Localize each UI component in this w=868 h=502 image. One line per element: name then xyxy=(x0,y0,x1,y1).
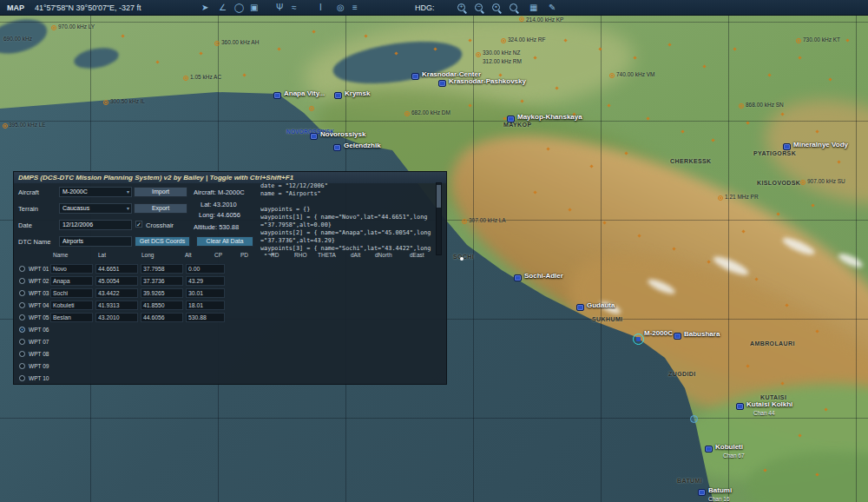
town-dot xyxy=(811,203,814,207)
ndb-icon xyxy=(609,73,615,78)
wpt-name-field[interactable]: Sochi xyxy=(50,288,93,298)
wpt-radio[interactable] xyxy=(19,327,25,333)
airport-icon[interactable] xyxy=(333,144,341,151)
map-city-label: ZUGDIDI xyxy=(668,371,696,377)
airport-icon[interactable] xyxy=(698,489,706,496)
wpt-alt-field[interactable]: 530.88 xyxy=(186,313,225,322)
wpt-lat-field[interactable]: 41.9313 xyxy=(95,301,138,310)
wpt-long-field[interactable]: 37.7958 xyxy=(141,264,183,274)
wpt-radio[interactable] xyxy=(19,266,25,272)
map-freq-label: 324.00 kHz RF xyxy=(508,36,545,43)
airport-icon[interactable] xyxy=(310,133,318,140)
wpt-long-field[interactable]: 37.3736 xyxy=(141,276,183,286)
zoom-reset-icon[interactable] xyxy=(510,3,517,11)
ndb-icon xyxy=(309,106,314,111)
layers-icon[interactable]: ≡ xyxy=(352,2,358,14)
map-freq-label: 360.00 kHz AH xyxy=(221,39,259,45)
town-dot xyxy=(277,47,280,50)
wpt-radio[interactable] xyxy=(19,339,25,345)
town-dot xyxy=(633,56,636,59)
wpt-radio[interactable] xyxy=(19,302,25,308)
wpt-row: WPT 01Novo44.665137.79580.00 xyxy=(14,264,446,274)
wpt-radio[interactable] xyxy=(19,290,25,296)
airport-icon[interactable] xyxy=(674,333,681,340)
ndb-icon xyxy=(404,111,410,116)
wpt-radio[interactable] xyxy=(19,351,25,357)
tacan-channel-label: Chan 67 xyxy=(723,452,745,459)
signal-icon[interactable]: ≈ xyxy=(292,2,297,14)
map-city-label: SUKHUMI xyxy=(592,316,622,322)
wpt-radio[interactable] xyxy=(19,363,25,369)
map-airport-label: Sochi-Adler xyxy=(524,272,563,280)
map-freq-label: 740.00 kHz VM xyxy=(616,71,654,77)
map-city-label: CHERKESSK xyxy=(670,158,712,164)
wpt-radio[interactable] xyxy=(19,278,25,284)
ibeam-icon[interactable]: I xyxy=(319,2,322,14)
wpt-label: WPT 08 xyxy=(29,351,49,357)
ndb-icon xyxy=(183,76,188,81)
wpt-name-field[interactable]: Novo xyxy=(50,264,93,274)
wpt-name-field[interactable]: Beslan xyxy=(50,313,93,322)
antenna-icon[interactable]: Ψ xyxy=(276,2,283,14)
airport-icon[interactable] xyxy=(783,143,791,150)
wpt-long-field[interactable]: 39.9265 xyxy=(141,288,183,298)
town-dot xyxy=(607,103,610,107)
map-airport-label: Anapa Vity... xyxy=(284,89,325,97)
airport-icon[interactable] xyxy=(438,80,446,87)
wpt-label: WPT 02 xyxy=(29,278,49,284)
wpt-alt-field[interactable]: 0.00 xyxy=(186,264,225,274)
airport-icon[interactable] xyxy=(736,403,744,410)
target-icon[interactable]: ◎ xyxy=(337,2,345,14)
grid-icon[interactable]: ▦ xyxy=(529,2,537,14)
airport-icon[interactable] xyxy=(514,274,522,281)
draw-icon[interactable]: ✎ xyxy=(549,2,556,14)
airport-icon[interactable] xyxy=(576,304,584,311)
wpt-name-field[interactable]: Kobuleti xyxy=(50,301,93,310)
map-city-label: KUTAISI xyxy=(760,394,786,400)
wpt-alt-field[interactable]: 43.29 xyxy=(186,276,225,286)
camera-icon[interactable]: ▣ xyxy=(250,2,258,14)
ruler-icon[interactable]: ∠ xyxy=(219,2,227,14)
town-dot xyxy=(845,38,849,42)
circle-tool-icon[interactable]: ◯ xyxy=(234,2,244,14)
ndb-icon xyxy=(476,52,481,57)
wpt-lat-field[interactable]: 43.4422 xyxy=(95,288,138,298)
zoom-box-icon[interactable]: ▪ xyxy=(492,3,500,11)
wpt-radio[interactable] xyxy=(19,375,25,381)
wpt-lat-field[interactable]: 45.0054 xyxy=(95,276,138,286)
town-dot xyxy=(828,77,832,81)
airport-icon[interactable] xyxy=(411,73,419,80)
wpt-row: WPT 07 xyxy=(14,337,446,347)
map-city-label: AMBROLAURI xyxy=(750,340,795,347)
airport-icon[interactable] xyxy=(705,446,713,452)
tacan-channel-label: Chan 44 xyxy=(753,410,775,416)
cursor-icon[interactable]: ➤ xyxy=(201,2,208,14)
airport-icon[interactable] xyxy=(334,92,342,99)
zoom-in-icon[interactable]: + xyxy=(457,3,465,11)
wpt-alt-field[interactable]: 18.01 xyxy=(186,301,225,310)
town-dot xyxy=(242,73,246,76)
town-dot xyxy=(798,56,801,59)
wpt-radio[interactable] xyxy=(19,314,25,320)
zoom-out-icon[interactable]: − xyxy=(475,3,483,11)
airport-icon[interactable] xyxy=(273,92,281,99)
ndb-icon xyxy=(103,100,108,105)
map-city-label: KISLOVODSK xyxy=(757,180,800,186)
wpt-name-field[interactable]: Anapa xyxy=(50,276,93,286)
map-airport-label: Kutaisi Kolkhi xyxy=(746,400,792,408)
map-city-label: SOCHI xyxy=(453,254,474,260)
wpt-row: WPT 06 xyxy=(14,325,446,335)
wpt-long-field[interactable]: 41.8550 xyxy=(141,301,183,310)
selected-unit-marker[interactable] xyxy=(633,334,644,345)
map-freq-label: 682.00 kHz DM xyxy=(411,109,450,116)
town-dot xyxy=(776,212,779,215)
wpt-alt-field[interactable]: 30.01 xyxy=(186,288,225,298)
top-toolbar: MAP 41°57'58"N 39°50'07"E, -327 ft HDG: … xyxy=(0,0,868,16)
unit-label: M-2000C xyxy=(644,329,673,337)
ndb-icon xyxy=(796,38,801,43)
map-airport-label: Babushara xyxy=(684,330,720,338)
wpt-lat-field[interactable]: 43.2010 xyxy=(95,313,138,322)
wpt-long-field[interactable]: 44.6056 xyxy=(141,313,183,322)
airport-icon[interactable] xyxy=(507,116,515,122)
wpt-lat-field[interactable]: 44.6651 xyxy=(95,264,138,274)
